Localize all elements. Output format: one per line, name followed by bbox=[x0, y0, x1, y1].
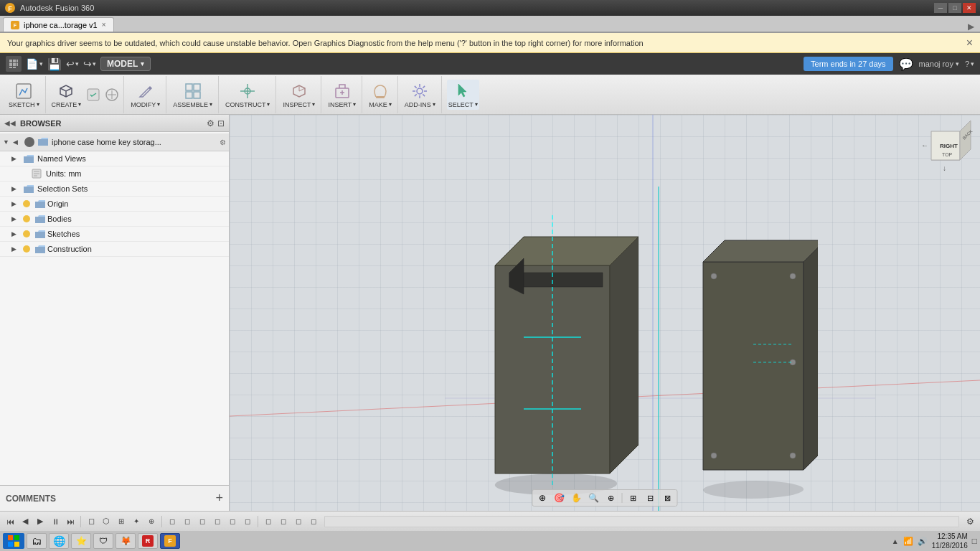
sketches-expand[interactable]: ▶ bbox=[11, 230, 20, 237]
step-back-button[interactable]: ◀ bbox=[18, 514, 32, 529]
notification-close-button[interactable]: × bbox=[966, 37, 973, 50]
bottom-tool-4[interactable]: ✦ bbox=[129, 514, 143, 529]
bodies-item[interactable]: ▶ Bodies bbox=[0, 212, 229, 227]
selection-sets-expand[interactable]: ▶ bbox=[11, 185, 20, 192]
sketches-item[interactable]: ▶ Sketches bbox=[0, 227, 229, 242]
origin-item[interactable]: ▶ Origin bbox=[0, 197, 229, 212]
save-button[interactable]: 💾 bbox=[47, 57, 62, 71]
root-expand-arrow[interactable]: ▼ bbox=[3, 138, 11, 146]
tree-root-item[interactable]: ▼ ◀ iphone case home key storag... ⚙ bbox=[0, 133, 229, 151]
start-button[interactable] bbox=[3, 533, 24, 549]
file-menu-button[interactable]: 📄 ▾ bbox=[26, 58, 43, 70]
pause-button[interactable]: ⏸ bbox=[48, 514, 62, 529]
browser-settings-icon[interactable]: ⚙ bbox=[207, 118, 215, 128]
assemble-btn[interactable]: ASSEMBLE▾ bbox=[171, 80, 214, 110]
bottom-tool-12[interactable]: ◻ bbox=[261, 514, 275, 529]
bottom-tool-11[interactable]: ◻ bbox=[240, 514, 255, 529]
bottom-tool-2[interactable]: ⬡ bbox=[99, 514, 113, 529]
system-tray-expand[interactable]: ▲ bbox=[892, 537, 899, 545]
units-item[interactable]: Units: mm bbox=[0, 166, 229, 182]
active-tab[interactable]: F iphone ca...torage v1 × bbox=[3, 17, 114, 32]
maximize-button[interactable]: □ bbox=[948, 3, 961, 13]
bottom-tool-5[interactable]: ⊕ bbox=[144, 514, 159, 529]
bottom-tool-1[interactable]: ◻ bbox=[84, 514, 98, 529]
bodies-expand[interactable]: ▶ bbox=[11, 215, 20, 222]
construction-expand[interactable]: ▶ bbox=[11, 245, 20, 253]
nav-zoom-btn[interactable]: 🔍 bbox=[586, 491, 602, 504]
term-button[interactable]: Term ends in 27 days bbox=[804, 57, 893, 71]
nav-grid2-btn[interactable]: ⊟ bbox=[643, 491, 659, 504]
bottom-tool-10[interactable]: ◻ bbox=[225, 514, 240, 529]
viewport[interactable]: RIGHT TOP BACK ↓ ← ⊕ 🎯 ✋ 🔍 ⊕ ⊞ ⊟ ⊠ bbox=[230, 115, 980, 511]
play-button[interactable]: ▶ bbox=[33, 514, 47, 529]
nav-center-btn[interactable]: ⊕ bbox=[534, 491, 550, 504]
addins-btn[interactable]: ADD-INS▾ bbox=[403, 80, 437, 110]
root-collapse-arrow[interactable]: ◀ bbox=[13, 138, 22, 146]
nav-target-btn[interactable]: 🎯 bbox=[552, 491, 567, 504]
file-icon: 📄 bbox=[26, 58, 38, 70]
named-views-expand[interactable]: ▶ bbox=[11, 155, 20, 162]
browser-collapse-icon[interactable]: ◀◀ bbox=[4, 119, 16, 127]
svg-rect-17 bbox=[186, 84, 192, 90]
minimize-button[interactable]: ─ bbox=[934, 3, 947, 13]
taskbar-app-shield[interactable]: 🛡 bbox=[93, 533, 113, 549]
nav-zoom2-btn[interactable]: ⊕ bbox=[603, 491, 619, 504]
sketch-tool-btn[interactable]: SKETCH▾ bbox=[7, 80, 41, 110]
bottom-tool-9[interactable]: ◻ bbox=[210, 514, 225, 529]
make-btn[interactable]: MAKE▾ bbox=[367, 80, 393, 110]
taskbar-app-ie[interactable]: 🌐 bbox=[49, 533, 69, 549]
grid-menu-button[interactable] bbox=[6, 56, 22, 72]
insert-btn[interactable]: INSERT▾ bbox=[326, 80, 357, 110]
redo-button[interactable]: ↪ ▾ bbox=[83, 58, 96, 70]
select-btn[interactable]: SELECT▾ bbox=[447, 80, 479, 110]
skip-last-button[interactable]: ⏭ bbox=[63, 514, 77, 529]
root-settings-icon[interactable]: ⚙ bbox=[220, 138, 226, 146]
create-extra-btn1[interactable] bbox=[85, 86, 102, 103]
bottom-tool-15[interactable]: ◻ bbox=[306, 514, 321, 529]
tab-close-button[interactable]: × bbox=[102, 21, 106, 29]
bottom-settings-btn[interactable]: ⚙ bbox=[963, 514, 977, 529]
user-menu-button[interactable]: manoj roy ▾ bbox=[919, 60, 959, 68]
bottom-tool-6[interactable]: ◻ bbox=[165, 514, 179, 529]
create-section: CREATE▾ bbox=[47, 76, 125, 113]
windows-logo-icon bbox=[7, 534, 20, 547]
browser-expand-icon[interactable]: ⊡ bbox=[217, 118, 225, 128]
select-section: SELECT▾ bbox=[443, 76, 484, 113]
nav-grid3-btn[interactable]: ⊠ bbox=[660, 491, 676, 504]
select-label: SELECT▾ bbox=[448, 101, 478, 108]
taskbar-app-fusion[interactable]: F bbox=[160, 533, 180, 549]
view-cube[interactable]: RIGHT TOP BACK ↓ ← bbox=[917, 121, 974, 178]
comments-add-button[interactable]: + bbox=[215, 491, 223, 506]
skip-first-button[interactable]: ⏮ bbox=[3, 514, 17, 529]
model-toggle-button[interactable]: MODEL ▾ bbox=[100, 57, 151, 71]
origin-expand[interactable]: ▶ bbox=[11, 200, 20, 207]
bottom-tool-3[interactable]: ⊞ bbox=[114, 514, 128, 529]
svg-rect-8 bbox=[13, 63, 16, 66]
selection-sets-item[interactable]: ▶ Selection Sets bbox=[0, 182, 229, 197]
nav-grid1-btn[interactable]: ⊞ bbox=[626, 491, 641, 504]
inspect-btn[interactable]: INSPECT▾ bbox=[281, 80, 316, 110]
named-views-item[interactable]: ▶ Named Views bbox=[0, 151, 229, 166]
nav-pan-btn[interactable]: ✋ bbox=[569, 491, 585, 504]
insert-icon bbox=[332, 81, 352, 101]
bottom-tool-13[interactable]: ◻ bbox=[276, 514, 291, 529]
taskbar-app-explorer[interactable]: 🗂 bbox=[27, 533, 47, 549]
construct-btn[interactable]: CONSTRUCT▾ bbox=[224, 80, 272, 110]
taskbar-app-star[interactable]: ⭐ bbox=[71, 533, 91, 549]
create-box-btn[interactable]: CREATE▾ bbox=[50, 80, 84, 110]
notification-area-btn[interactable]: □ bbox=[972, 536, 977, 546]
taskbar-app-firefox[interactable]: 🦊 bbox=[116, 533, 136, 549]
construction-item[interactable]: ▶ Construction bbox=[0, 242, 229, 257]
svg-point-35 bbox=[23, 215, 30, 222]
undo-button[interactable]: ↩ ▾ bbox=[66, 58, 79, 70]
bottom-tool-14[interactable]: ◻ bbox=[291, 514, 306, 529]
scroll-right-icon[interactable]: ▶ bbox=[968, 22, 974, 32]
create-extra-btn2[interactable] bbox=[103, 86, 121, 103]
bottom-tool-8[interactable]: ◻ bbox=[195, 514, 209, 529]
bottom-tool-7[interactable]: ◻ bbox=[180, 514, 194, 529]
modify-btn[interactable]: MODIFY▾ bbox=[129, 80, 161, 110]
close-button[interactable]: ✕ bbox=[963, 3, 976, 13]
help-button[interactable]: ? ▾ bbox=[965, 60, 974, 68]
comments-button[interactable]: 💬 bbox=[899, 57, 913, 71]
taskbar-app-red[interactable]: R bbox=[138, 533, 158, 549]
